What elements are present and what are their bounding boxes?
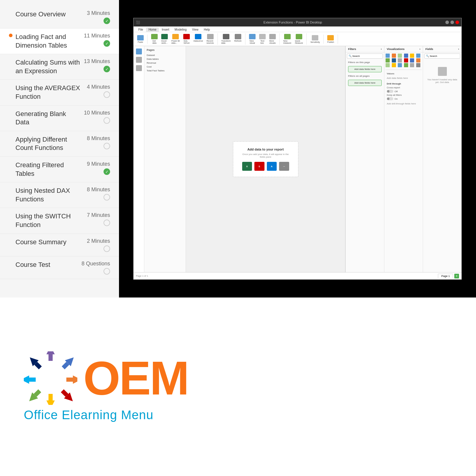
pbi-menu-insert[interactable]: Insert: [159, 27, 172, 32]
sidebar-item-circle-course-overview: [104, 18, 110, 24]
nav-data-icon[interactable]: [136, 57, 142, 63]
sidebar-item-right-nested-dax: 8 Minutes: [83, 187, 110, 201]
toolbar-new-measure-btn[interactable]: Newmeasure: [282, 33, 292, 45]
more-datasource-btn[interactable]: ···: [279, 162, 289, 171]
toolbar-quick-measure-btn[interactable]: Quickmeasure: [294, 33, 304, 45]
toolbar-sql-btn[interactable]: SQLServer: [182, 33, 191, 45]
viz-panel-header: Visualizations ›: [384, 46, 423, 52]
filters-search-input[interactable]: 🔍 Search: [347, 54, 383, 59]
viz-r-icon[interactable]: [410, 63, 414, 67]
viz-line-icon[interactable]: [392, 54, 396, 58]
excel-datasource-btn[interactable]: X: [242, 162, 252, 171]
viz-card-icon[interactable]: [410, 58, 414, 62]
sidebar-item-averagex[interactable]: Using the AVERAGEX Function4 Minutes: [0, 80, 119, 105]
viz-icons-grid: [384, 52, 423, 68]
azure-datasource-btn[interactable]: A: [267, 162, 277, 171]
sidebar-item-left-blank-data: Generating Blank Data: [9, 110, 80, 127]
sidebar-item-nested-dax[interactable]: Using Nested DAX Functions8 Minutes: [0, 182, 119, 208]
viz-scatter-icon[interactable]: [410, 54, 414, 58]
sidebar-item-left-loading-fact: Loading Fact and Dimension Tables: [9, 33, 80, 50]
viz-slicer-icon[interactable]: [392, 63, 396, 67]
sql-datasource-btn[interactable]: S: [254, 162, 264, 171]
sidebar-item-left-count-functions: Applying Different Count Functions: [9, 135, 80, 152]
sidebar-item-loading-fact[interactable]: Loading Fact and Dimension Tables11 Minu…: [0, 29, 119, 54]
page-add-btn[interactable]: +: [454, 274, 459, 278]
sidebar-item-course-test[interactable]: Course Test8 Questions: [0, 256, 119, 279]
viz-kpi-icon[interactable]: [398, 58, 402, 62]
svg-rect-13: [29, 378, 36, 382]
viz-column-icon[interactable]: [404, 54, 408, 58]
sidebar-item-title-course-summary: Course Summary: [15, 238, 80, 247]
nav-model-icon[interactable]: [136, 65, 142, 71]
sidebar-item-course-summary[interactable]: Course Summary2 Minutes: [0, 234, 119, 256]
pbi-btn-minimize[interactable]: [445, 21, 449, 24]
add-values-label[interactable]: Add data fields here: [387, 76, 420, 80]
filters-add-all-btn[interactable]: Add data fields here: [348, 80, 382, 86]
viz-expand-icon[interactable]: ›: [419, 48, 420, 51]
pbi-menu-modeling[interactable]: Modeling: [172, 27, 189, 32]
pbi-menu-bar: FileHomeInsertModelingViewHelp: [134, 26, 461, 32]
viz-pie-icon[interactable]: [416, 54, 420, 58]
toolbar-text-box-btn[interactable]: Textbox: [258, 33, 267, 45]
pbi-logo-icon: ⬛: [136, 21, 140, 24]
viz-bar-icon[interactable]: [386, 54, 390, 58]
sidebar-item-blank-data[interactable]: Generating Blank Data10 Minutes: [0, 106, 119, 131]
add-data-box: Add data to your report Once you add you…: [233, 141, 298, 177]
filters-add-page-btn[interactable]: Add data fields here: [348, 66, 382, 72]
toolbar-transform-btn[interactable]: Transformdata: [220, 33, 232, 45]
viz-py-icon[interactable]: [404, 63, 408, 67]
page-list-item[interactable]: Dataset: [147, 53, 183, 57]
indicator-placeholder-course-summary: [9, 238, 12, 242]
pbi-menu-home[interactable]: Home: [146, 27, 159, 32]
toolbar-more-visuals-btn[interactable]: Morevisuals: [268, 33, 277, 45]
pbi-btn-maximize[interactable]: [450, 21, 454, 24]
cross-report-toggle[interactable]: [387, 90, 393, 93]
viz-area-icon[interactable]: [398, 54, 402, 58]
sidebar-item-count-functions[interactable]: Applying Different Count Functions8 Minu…: [0, 131, 119, 157]
viz-gauge-icon[interactable]: [404, 58, 408, 62]
toolbar-powerbi-btn[interactable]: Power BIdata...: [170, 33, 181, 45]
toolbar-get-data-btn[interactable]: Getdata: [150, 33, 159, 45]
pbi-menu-file[interactable]: File: [136, 27, 145, 32]
pbi-page-bar: Page 1 of 1 Page 1 +: [134, 272, 461, 279]
sidebar-item-left-calculating-sums: Calculating Sums with an Expression: [9, 58, 80, 75]
nav-report-icon[interactable]: [136, 48, 142, 54]
sidebar-item-course-overview[interactable]: Course Overview3 Minutes: [0, 6, 119, 29]
filters-expand-icon[interactable]: ›: [381, 48, 382, 51]
drillthrough-add-fields-label[interactable]: Add drill-through fields here: [387, 101, 420, 106]
toolbar-publish-btn[interactable]: Publish: [326, 35, 335, 44]
pbi-menu-help[interactable]: Help: [201, 27, 212, 32]
viz-matrix-icon[interactable]: [386, 63, 390, 67]
toolbar-paste-btn[interactable]: Paste: [136, 35, 145, 44]
cross-report-off-label: Off: [394, 90, 398, 93]
toolbar-refresh-btn[interactable]: Refresh: [233, 33, 243, 45]
active-indicator-loading-fact: [9, 34, 12, 37]
page-item-2[interactable]: Data tables: [147, 57, 183, 61]
viz-title: Visualizations: [387, 48, 405, 51]
toolbar-recent-btn[interactable]: Recentsources: [205, 33, 215, 45]
page-item-4[interactable]: Cost: [147, 65, 183, 69]
page-item-3[interactable]: Revenue: [147, 61, 183, 65]
toolbar-new-visual-btn[interactable]: Newvisual: [248, 33, 257, 45]
sidebar-item-filtered-tables[interactable]: Creating Filtered Tables9 Minutes: [0, 157, 119, 182]
page-item-5[interactable]: Total Fact Tables: [147, 69, 183, 73]
toolbar-sensitivity-btn[interactable]: Sensitivity: [309, 35, 321, 44]
viz-shape-icon[interactable]: [398, 63, 402, 67]
sidebar-item-circle-calculating-sums: [104, 66, 110, 72]
sidebar-item-duration-course-summary: 2 Minutes: [87, 238, 110, 244]
fields-search-input[interactable]: 🔍 Search: [424, 54, 460, 59]
keep-filters-toggle[interactable]: [387, 97, 393, 100]
toolbar-excel-btn[interactable]: Excelwork...: [160, 33, 169, 45]
toolbar-dataverse-btn[interactable]: Dataverse: [192, 33, 204, 45]
fields-expand-icon[interactable]: ›: [458, 48, 459, 51]
sidebar-item-calculating-sums[interactable]: Calculating Sums with an Expression13 Mi…: [0, 54, 119, 80]
pbi-menu-view[interactable]: View: [190, 27, 201, 32]
sidebar-item-switch[interactable]: Using the SWITCH Function7 Minutes: [0, 208, 119, 234]
viz-more-icon[interactable]: [416, 63, 420, 67]
pbi-btn-close[interactable]: [455, 21, 459, 24]
sidebar-item-title-switch: Using the SWITCH Function: [15, 212, 80, 229]
viz-map-icon[interactable]: [386, 58, 390, 62]
page-tab-1[interactable]: Page 1: [438, 274, 453, 278]
viz-tree-icon[interactable]: [392, 58, 396, 62]
viz-table-icon[interactable]: [416, 58, 420, 62]
